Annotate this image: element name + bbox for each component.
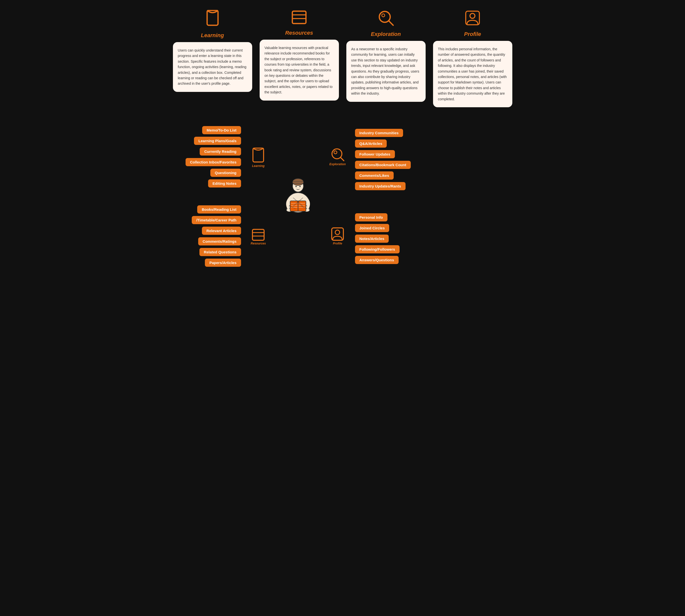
left-column: Memo/To-Do List Learning Plans/Goals Cur… bbox=[169, 122, 243, 271]
resources-node: Resources bbox=[251, 228, 266, 245]
left-resources-tags: Books/Reading List /Timetable/Career Pat… bbox=[169, 205, 241, 267]
tag-questioning: Questioning bbox=[210, 169, 241, 177]
profile-node-label: Profile bbox=[333, 242, 342, 245]
right-column: Industry Communities Q&A/Articles Follow… bbox=[352, 122, 437, 271]
profile-card-icon bbox=[465, 10, 480, 28]
learning-card-desc: Users can quickly understand their curre… bbox=[173, 42, 252, 92]
tag-timetable: /Timetable/Career Path bbox=[192, 216, 241, 224]
tag-learning-plans: Learning Plans/Goals bbox=[194, 137, 241, 145]
learning-card-title: Learning bbox=[201, 32, 224, 39]
svg-line-5 bbox=[389, 21, 393, 25]
tag-relevant-articles: Relevant Articles bbox=[202, 227, 241, 235]
exploration-card-icon bbox=[378, 10, 394, 28]
learning-card-icon bbox=[205, 10, 220, 30]
resources-card-col: Resources Valuable learning resources wi… bbox=[260, 10, 339, 107]
svg-point-39 bbox=[335, 230, 340, 235]
svg-rect-10 bbox=[253, 229, 264, 240]
tag-following-followers: Following/Followers bbox=[355, 245, 400, 254]
svg-line-36 bbox=[341, 157, 344, 161]
tag-books: Books/Reading List bbox=[197, 205, 241, 214]
tag-papers-articles: Papers/Articles bbox=[205, 259, 241, 267]
learning-node-label: Learning bbox=[252, 164, 264, 168]
tag-qa-articles: Q&A/Articles bbox=[355, 139, 387, 148]
tag-editing-notes: Editing Notes bbox=[208, 179, 241, 188]
profile-card-col: Profile This includes personal informati… bbox=[433, 10, 512, 107]
learning-node: Learning bbox=[252, 148, 265, 168]
exploration-card-col: Exploration As a newcomer to a specific … bbox=[346, 10, 426, 107]
svg-point-17 bbox=[299, 186, 300, 187]
svg-point-16 bbox=[295, 186, 297, 187]
exploration-node: Exploration bbox=[329, 148, 346, 166]
svg-rect-1 bbox=[292, 11, 306, 24]
top-cards-section: Learning Users can quickly understand th… bbox=[169, 10, 516, 107]
profile-card-title: Profile bbox=[464, 31, 481, 38]
center-character bbox=[273, 122, 323, 271]
left-learning-tags: Memo/To-Do List Learning Plans/Goals Cur… bbox=[169, 126, 241, 188]
tag-follower-updates: Follower Updates bbox=[355, 150, 395, 158]
resources-card-desc: Valuable learning resources with practic… bbox=[260, 40, 339, 101]
exploration-card-desc: As a newcomer to a specific industry com… bbox=[346, 41, 426, 102]
svg-point-37 bbox=[334, 151, 337, 154]
resources-card-title: Resources bbox=[285, 30, 313, 36]
tag-industry-updates: Industry Updates/Rants bbox=[355, 182, 406, 190]
tag-currently-reading: Currently Reading bbox=[200, 147, 241, 156]
right-exploration-tags: Industry Communities Q&A/Articles Follow… bbox=[355, 129, 437, 190]
tag-related-questions: Related Questions bbox=[199, 248, 241, 256]
profile-card-desc: This includes personal information, the … bbox=[433, 41, 512, 107]
learning-card-col: Learning Users can quickly understand th… bbox=[173, 10, 252, 107]
resources-card-icon bbox=[291, 10, 307, 27]
tag-personal-info: Personal Info bbox=[355, 213, 387, 221]
tag-comments-ratings: Comments/Ratings bbox=[198, 237, 241, 245]
right-profile-tags: Personal Info Joined Circles Notes/Artic… bbox=[355, 213, 437, 264]
tag-memo: Memo/To-Do List bbox=[202, 126, 241, 134]
resources-node-label: Resources bbox=[251, 242, 266, 245]
tag-industry-communities: Industry Communities bbox=[355, 129, 403, 137]
tag-citations: Citations/Bookmark Count bbox=[355, 161, 411, 169]
tag-comments-likes: Comments/Likes bbox=[355, 171, 394, 180]
tag-answers-questions: Answers/Questions bbox=[355, 256, 399, 264]
exploration-node-label: Exploration bbox=[329, 162, 346, 166]
mindmap-section: Memo/To-Do List Learning Plans/Goals Cur… bbox=[169, 122, 516, 271]
tag-notes-articles: Notes/Articles bbox=[355, 235, 389, 243]
tag-collection-inbox: Collection Inbox/Favorites bbox=[186, 158, 241, 166]
svg-rect-15 bbox=[293, 181, 303, 183]
profile-node: Profile bbox=[331, 227, 344, 245]
svg-point-6 bbox=[382, 14, 385, 17]
tag-joined-circles: Joined Circles bbox=[355, 224, 389, 232]
center-right-icons: Exploration Profile bbox=[323, 122, 352, 271]
svg-point-8 bbox=[470, 14, 475, 18]
exploration-card-title: Exploration bbox=[371, 31, 401, 38]
center-left-icons: Learning Resources bbox=[243, 122, 273, 271]
